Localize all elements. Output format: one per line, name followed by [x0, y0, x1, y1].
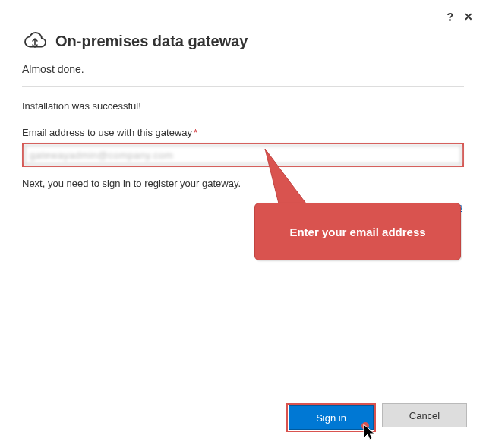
success-message: Installation was successful! [22, 100, 464, 112]
dialog-header: On-premises data gateway [5, 24, 481, 60]
title-bar: ? ✕ [5, 5, 481, 24]
next-instruction: Next, you need to sign in to register yo… [22, 178, 464, 189]
dialog-window: ? ✕ On-premises data gateway Almost done… [5, 5, 481, 443]
close-button[interactable]: ✕ [464, 11, 473, 22]
dialog-subtitle: Almost done. [5, 60, 481, 83]
cloud-gateway-icon [22, 28, 48, 54]
email-label-text: Email address to use with this gateway [22, 127, 192, 138]
dialog-footer: Sign in Cancel [286, 403, 467, 432]
annotation-callout: Enter your email address [254, 203, 461, 260]
required-marker: * [194, 127, 197, 138]
callout-text: Enter your email address [289, 226, 425, 238]
cancel-button[interactable]: Cancel [382, 403, 467, 427]
signin-button[interactable]: Sign in [289, 405, 374, 430]
help-button[interactable]: ? [447, 11, 453, 22]
email-input-highlight [22, 143, 464, 167]
email-input[interactable] [24, 145, 462, 165]
dialog-content: Installation was successful! Email addre… [5, 87, 481, 213]
signin-button-highlight: Sign in [286, 403, 376, 432]
dialog-title: On-premises data gateway [55, 33, 248, 50]
email-label: Email address to use with this gateway* [22, 127, 464, 138]
